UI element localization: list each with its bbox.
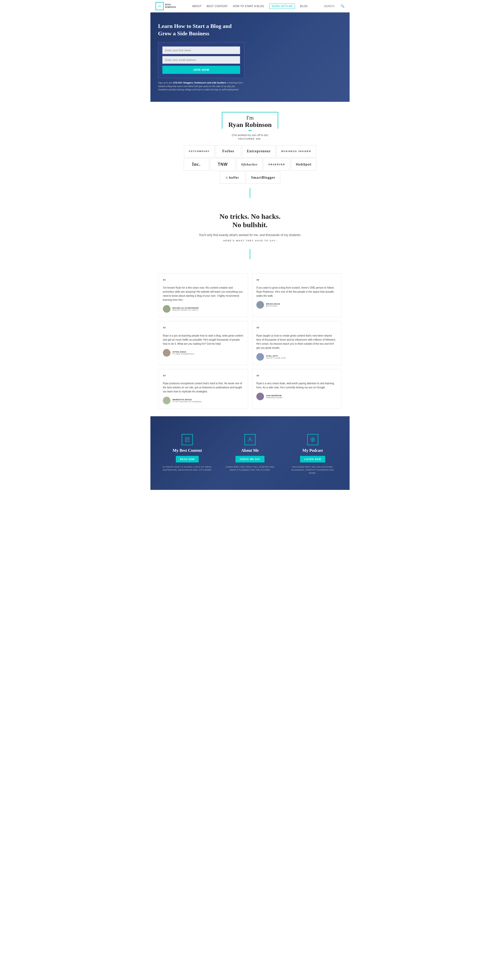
logo-fastcompany: FSTCOMPANY [184,145,214,158]
testimonial-card-2: " Ryan is a pro at teaching people how t… [158,321,248,365]
content-card-desc: ULTIMATE HOW-TO GUIDES, LISTS OF IDEAS, … [163,466,212,472]
testimonial-card-1: " If you want to grow a blog from scratc… [252,274,342,317]
testimonial-text-4: Ryan produces exceptional content that's… [163,382,244,394]
logo-inc: Inc. [184,158,209,170]
logo[interactable]: RR RYAN ROBINSON [155,2,176,10]
about-icon [244,434,256,445]
testimonial-author-3: STELI EFTI CEO AT CLOSE.COM [256,353,337,361]
logo-observer: OBSERVER [264,158,290,170]
content-card-title: My Best Content [163,448,212,453]
testimonial-text-0: I've known Ryan for a few years now. His… [163,286,244,302]
testimonial-text-1: If you want to grow a blog from scratch,… [256,286,337,298]
nav-links: ABOUT BEST CONTENT HOW TO START A BLOG W… [192,3,308,9]
testimonial-card-3: " Ryan taught us how to create great con… [252,321,342,365]
nav-best-content[interactable]: BEST CONTENT [206,5,228,8]
connector-below-logos [155,184,345,202]
svg-point-4 [249,438,251,440]
ryan-im-text: I'm [228,115,272,121]
avatar-5 [256,393,264,400]
testimonial-text-5: Ryan's a very smart dude, well-worth pay… [256,382,337,390]
testimonial-text-2: Ryan is a pro at teaching people how to … [163,334,244,346]
nav-how-to-start[interactable]: HOW TO START A BLOG [233,5,265,8]
author-info-1: BRIAN DEAN BACKLINKO [266,303,280,307]
logo-box: RR [155,2,164,10]
podcast-icon [307,434,318,445]
quote-icon-0: " [163,279,244,284]
bottom-card-about: About Me CHECK ME OUT LEARN WHO I AM, HO… [221,429,279,480]
hero-content: Learn How to Start a Blog and Grow a Sid… [158,22,244,92]
accent-line [248,130,252,131]
bottom-section: My Best Content READ NOW ULTIMATE HOW-TO… [150,416,350,490]
podcast-card-title: My Podcast [288,448,337,453]
no-tricks-section: No tricks. No hacks. No bullshit. You'll… [150,207,350,271]
navigation: RR RYAN ROBINSON ABOUT BEST CONTENT HOW … [150,0,350,13]
bottom-card-podcast: My Podcast LISTEN NOW INCLUDING BEST-SEL… [284,429,342,480]
author-info-4: MEREDITH WOOD VP OF CONTENT AT FUNDERA [173,398,201,402]
ryan-subtitle: (I've worked my ass off to be) [155,134,345,137]
svg-point-6 [312,439,313,441]
testimonials-section: " I've known Ryan for a few years now. H… [150,271,350,416]
logo-text: RYAN ROBINSON [165,3,176,8]
podcast-svg [310,437,316,442]
testimonial-author-1: BRIAN DEAN BACKLINKO [256,301,337,309]
testimonial-text-3: Ryan taught us how to create great conte… [256,334,337,350]
logo-hubspot: HubSpot [291,158,316,170]
logos-grid: FSTCOMPANY Forbes Entrepreneur BUSINESS … [169,145,331,184]
logo-smartblogger: SmartBlogger [246,172,280,184]
hero-section: Learn How to Start a Blog and Grow a Sid… [150,13,350,102]
author-info-0: MICHELLE SCHROEDER MAKING SENSE OF CENTS [173,307,199,311]
testimonial-author-5: JON MORROW SMARTBLOGGER [256,393,337,400]
listen-now-button[interactable]: LISTEN NOW [300,456,325,463]
first-name-input[interactable] [162,46,240,54]
ryan-name: Ryan Robinson [228,121,272,129]
email-input[interactable] [162,56,240,64]
avatar-4 [163,397,171,404]
nav-about[interactable]: ABOUT [192,5,202,8]
testimonial-author-2: HITEN SHAH FYI AND KISSMETRICS [163,349,244,356]
featured-label: FEATURED ON: [155,138,345,140]
nav-blog[interactable]: BLOG [300,5,308,8]
ryan-intro-section: I'm Ryan Robinson (I've worked my ass of… [150,102,350,207]
signup-form: JOIN NOW [158,42,244,78]
quote-icon-1: " [256,279,337,284]
no-tricks-subtext: You'll only find exactly what's worked f… [155,233,345,237]
bottom-card-content: My Best Content READ NOW ULTIMATE HOW-TO… [158,429,216,480]
join-now-button[interactable]: JOIN NOW [162,66,240,74]
ryan-bracket: I'm Ryan Robinson [222,112,278,129]
search-area: 🔍 [324,4,345,8]
quote-icon-4: " [163,374,244,380]
testimonial-card-0: " I've known Ryan for a few years now. H… [158,274,248,317]
logo-lifehacker: lifehacker [236,158,262,170]
check-me-out-button[interactable]: CHECK ME OUT [235,456,265,463]
avatar-1 [256,301,264,309]
quote-icon-2: " [163,326,244,332]
testimonial-card-4: " Ryan produces exceptional content that… [158,369,248,409]
content-svg [184,437,190,442]
about-card-title: About Me [225,448,275,453]
they-say-label: HERE'S WHAT THEY HAVE TO SAY: [155,239,345,242]
podcast-card-desc: INCLUDING BEST-SELLING AUTHORS, BLOGGERS… [288,466,337,475]
search-icon[interactable]: 🔍 [341,4,345,8]
quote-icon-5: " [256,374,337,380]
testimonial-card-5: " Ryan's a very smart dude, well-worth p… [252,369,342,409]
about-svg [247,437,253,442]
search-input[interactable] [324,5,339,8]
testimonial-author-4: MEREDITH WOOD VP OF CONTENT AT FUNDERA [163,397,244,404]
avatar-3 [256,353,264,361]
connector-below-no-tricks [155,245,345,263]
logo-businessinsider: BUSINESS INSIDER [277,145,316,158]
nav-work-with-me[interactable]: WORK WITH ME [269,3,295,9]
no-tricks-heading: No tricks. No hacks. No bullshit. [155,212,345,229]
testimonials-grid: " I've known Ryan for a few years now. H… [158,274,342,409]
bottom-cards-grid: My Best Content READ NOW ULTIMATE HOW-TO… [158,429,342,480]
hero-description: Sign up to join 279,753+ bloggers, freel… [158,81,244,92]
author-info-3: STELI EFTI CEO AT CLOSE.COM [266,355,286,359]
quote-icon-3: " [256,326,337,332]
author-info-5: JON MORROW SMARTBLOGGER [266,395,283,398]
read-now-button[interactable]: READ NOW [176,456,199,463]
logo-tnw: TNW [210,158,235,170]
testimonial-author-0: MICHELLE SCHROEDER MAKING SENSE OF CENTS [163,305,244,313]
connector-line-2 [250,249,250,259]
avatar-2 [163,349,171,356]
hero-title: Learn How to Start a Blog and Grow a Sid… [158,22,244,37]
